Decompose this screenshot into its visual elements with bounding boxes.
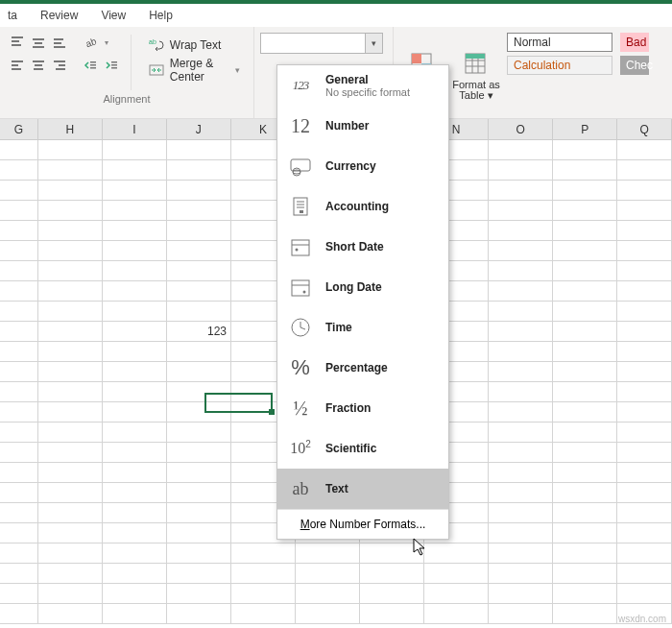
cell[interactable] <box>103 362 167 382</box>
cell[interactable] <box>103 564 167 584</box>
menu-help[interactable]: Help <box>149 9 173 22</box>
cell[interactable] <box>553 382 617 402</box>
cell[interactable] <box>0 261 38 281</box>
cell[interactable] <box>360 604 424 624</box>
number-format-chevron[interactable]: ▾ <box>365 34 382 53</box>
cell[interactable] <box>167 402 231 423</box>
cell[interactable] <box>167 181 231 201</box>
cell[interactable] <box>38 443 103 463</box>
number-format-option-general[interactable]: 123GeneralNo specific format <box>277 65 448 106</box>
number-format-dropdown[interactable]: ▾ <box>260 33 383 54</box>
cell[interactable] <box>103 241 167 261</box>
cell[interactable] <box>38 221 103 241</box>
cell[interactable] <box>489 503 553 523</box>
cell[interactable] <box>489 160 553 181</box>
cell[interactable] <box>553 181 617 201</box>
cell[interactable] <box>103 382 167 402</box>
cell[interactable] <box>38 564 103 584</box>
column-header-H[interactable]: H <box>38 119 103 139</box>
cell[interactable] <box>617 523 672 543</box>
cell[interactable] <box>553 423 617 443</box>
cell[interactable] <box>167 201 231 221</box>
cell[interactable] <box>38 160 103 181</box>
cell[interactable] <box>489 382 553 402</box>
cell[interactable] <box>38 402 103 423</box>
cell[interactable] <box>489 201 553 221</box>
cell[interactable] <box>617 140 672 160</box>
cell[interactable] <box>38 281 103 302</box>
cell[interactable] <box>38 302 103 322</box>
cell[interactable] <box>489 523 553 543</box>
cell[interactable] <box>424 564 489 584</box>
cell[interactable] <box>553 261 617 281</box>
cell[interactable] <box>617 584 672 604</box>
cell[interactable] <box>38 463 103 483</box>
number-format-option-long-date[interactable]: Long Date <box>277 267 448 307</box>
cell[interactable] <box>167 382 231 402</box>
cell[interactable] <box>103 281 167 302</box>
column-header-G[interactable]: G <box>0 119 38 139</box>
cell[interactable] <box>617 543 672 564</box>
number-format-option-short-date[interactable]: Short Date <box>277 227 448 267</box>
cell[interactable] <box>0 281 38 302</box>
cell[interactable] <box>0 362 38 382</box>
cell[interactable] <box>360 584 424 604</box>
cell[interactable] <box>424 543 489 564</box>
cell[interactable] <box>553 281 617 302</box>
style-check-partial[interactable]: Chec <box>620 56 649 75</box>
cell[interactable] <box>0 302 38 322</box>
cell[interactable] <box>167 483 231 503</box>
cell[interactable] <box>0 322 38 342</box>
cell[interactable] <box>489 281 553 302</box>
cell[interactable] <box>489 140 553 160</box>
cell[interactable] <box>489 443 553 463</box>
cell[interactable] <box>617 322 672 342</box>
cell[interactable] <box>617 342 672 362</box>
cell[interactable] <box>553 443 617 463</box>
cell[interactable] <box>0 140 38 160</box>
cell[interactable] <box>167 423 231 443</box>
cell[interactable] <box>0 241 38 261</box>
cell[interactable] <box>617 382 672 402</box>
cell[interactable] <box>167 584 231 604</box>
style-calculation[interactable]: Calculation <box>507 56 612 75</box>
cell[interactable] <box>167 523 231 543</box>
cell[interactable] <box>553 322 617 342</box>
column-header-Q[interactable]: Q <box>617 119 672 139</box>
cell[interactable] <box>38 503 103 523</box>
cell[interactable] <box>103 483 167 503</box>
cell[interactable] <box>617 302 672 322</box>
cell[interactable] <box>167 281 231 302</box>
cell[interactable] <box>553 584 617 604</box>
cell[interactable] <box>617 503 672 523</box>
cell[interactable] <box>553 604 617 624</box>
cell[interactable] <box>0 503 38 523</box>
cell[interactable] <box>296 584 360 604</box>
cell[interactable] <box>553 302 617 322</box>
cell[interactable] <box>38 523 103 543</box>
number-format-option-percentage[interactable]: %Percentage <box>277 348 448 388</box>
cell[interactable] <box>231 543 296 564</box>
cell[interactable] <box>167 221 231 241</box>
increase-indent-button[interactable] <box>102 56 121 75</box>
cell[interactable] <box>489 604 553 624</box>
cell[interactable] <box>38 382 103 402</box>
cell[interactable] <box>231 564 296 584</box>
cell[interactable] <box>617 362 672 382</box>
cell[interactable] <box>167 543 231 564</box>
cell[interactable] <box>0 221 38 241</box>
cell[interactable] <box>0 564 38 584</box>
cell[interactable] <box>553 221 617 241</box>
merge-center-button[interactable]: Merge & Center ▾ <box>145 60 244 81</box>
cell[interactable] <box>489 402 553 423</box>
column-header-J[interactable]: J <box>167 119 231 139</box>
cell[interactable] <box>617 564 672 584</box>
cell[interactable] <box>617 221 672 241</box>
cell[interactable] <box>0 423 38 443</box>
cell[interactable] <box>553 483 617 503</box>
cell[interactable] <box>0 443 38 463</box>
cell[interactable] <box>296 604 360 624</box>
cell[interactable] <box>360 564 424 584</box>
cell[interactable] <box>103 523 167 543</box>
cell[interactable] <box>553 463 617 483</box>
